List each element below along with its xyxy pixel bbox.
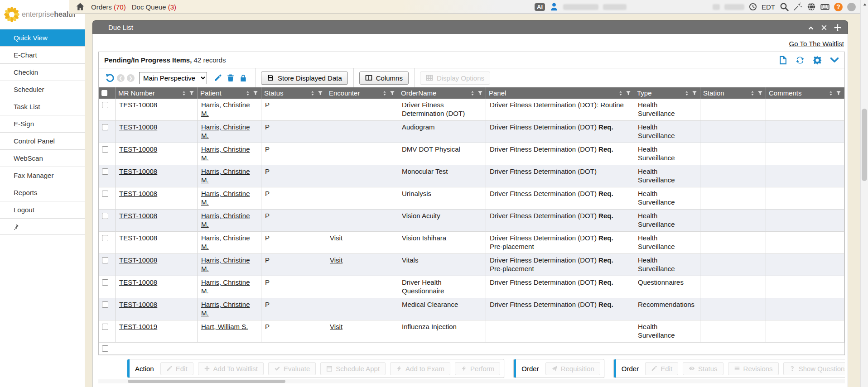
- collapse-icon[interactable]: [808, 24, 814, 31]
- sort-icon[interactable]: [684, 91, 690, 96]
- avatar[interactable]: [847, 3, 856, 11]
- sidebar-item-webscan[interactable]: WebScan: [0, 150, 85, 167]
- mr-number-link[interactable]: TEST-10008: [119, 190, 157, 197]
- column-header-comments[interactable]: Comments: [766, 87, 844, 99]
- user-icon[interactable]: [550, 2, 559, 11]
- home-icon[interactable]: [76, 2, 85, 11]
- column-header-ordername[interactable]: OrderName: [398, 87, 486, 99]
- topnav-item-doc-queue[interactable]: Doc Queue (3): [132, 3, 176, 11]
- chevron-down-icon[interactable]: [830, 56, 839, 65]
- move-icon[interactable]: [834, 24, 841, 31]
- ai-badge[interactable]: AI: [535, 3, 545, 11]
- patient-link[interactable]: Hart, William S.: [201, 323, 248, 330]
- scrollbar-thumb[interactable]: [862, 109, 867, 181]
- mr-number-link[interactable]: TEST-10008: [119, 212, 157, 220]
- patient-link[interactable]: Harris, Christine M.: [201, 256, 250, 272]
- globe-icon[interactable]: [807, 2, 816, 11]
- undo-icon[interactable]: [106, 73, 115, 82]
- columns-button[interactable]: Columns: [359, 72, 409, 85]
- patient-link[interactable]: Harris, Christine M.: [201, 190, 250, 206]
- row-checkbox[interactable]: [102, 213, 108, 219]
- sort-icon[interactable]: [750, 91, 755, 96]
- select-all-checkbox[interactable]: [101, 90, 107, 96]
- mr-number-link[interactable]: TEST-10008: [119, 101, 157, 109]
- mr-number-link[interactable]: TEST-10008: [119, 256, 157, 264]
- new-document-icon[interactable]: [778, 56, 787, 65]
- row-checkbox[interactable]: [102, 146, 108, 153]
- filter-icon[interactable]: [757, 91, 763, 96]
- sidebar-item-scheduler[interactable]: Scheduler: [0, 81, 85, 98]
- mr-number-link[interactable]: TEST-10008: [119, 234, 157, 242]
- footer-select-checkbox[interactable]: [102, 345, 108, 352]
- sidebar-item-task-list[interactable]: Task List: [0, 98, 85, 115]
- sort-icon[interactable]: [181, 91, 187, 96]
- patient-link[interactable]: Harris, Christine M.: [201, 101, 250, 117]
- history-back-icon[interactable]: ❮: [117, 74, 125, 82]
- encounter-link[interactable]: Visit: [330, 256, 342, 264]
- filter-icon[interactable]: [189, 91, 194, 96]
- patient-link[interactable]: Harris, Christine M.: [201, 234, 250, 250]
- lock-perspective-icon[interactable]: [239, 74, 247, 82]
- waitlist-link[interactable]: Go To The Waitlist: [789, 40, 844, 48]
- row-checkbox[interactable]: [102, 102, 108, 108]
- filter-icon[interactable]: [318, 91, 323, 96]
- sort-icon[interactable]: [310, 91, 315, 96]
- encounter-link[interactable]: Visit: [330, 234, 342, 242]
- mr-number-link[interactable]: TEST-10019: [119, 323, 157, 330]
- patient-link[interactable]: Harris, Christine M.: [201, 301, 250, 317]
- column-header-panel[interactable]: Panel: [486, 87, 634, 99]
- patient-link[interactable]: Harris, Christine M.: [201, 167, 250, 184]
- column-header-station[interactable]: Station: [700, 87, 766, 99]
- row-checkbox[interactable]: [102, 324, 108, 330]
- filter-icon[interactable]: [626, 91, 631, 96]
- row-checkbox[interactable]: [102, 191, 108, 197]
- filter-icon[interactable]: [390, 91, 395, 96]
- column-header-type[interactable]: Type: [634, 87, 700, 99]
- sort-icon[interactable]: [470, 91, 475, 96]
- mr-number-link[interactable]: TEST-10008: [119, 123, 157, 131]
- row-checkbox[interactable]: [102, 124, 108, 130]
- history-forward-icon[interactable]: ❯: [127, 74, 135, 82]
- store-displayed-data-button[interactable]: Store Displayed Data: [261, 72, 348, 85]
- perspective-select[interactable]: Main Perspective: [139, 72, 207, 84]
- edit-perspective-icon[interactable]: [214, 74, 222, 82]
- encounter-link[interactable]: Visit: [330, 323, 342, 330]
- sidebar-item-e-sign[interactable]: E-Sign: [0, 115, 85, 133]
- sidebar-item-reports[interactable]: Reports: [0, 184, 85, 201]
- magic-wand-icon[interactable]: [793, 2, 802, 11]
- column-header-encounter[interactable]: Encounter: [326, 87, 398, 99]
- topnav-item-orders[interactable]: Orders (70): [91, 3, 126, 11]
- horizontal-scrollbar-thumb[interactable]: [128, 380, 285, 383]
- column-header-mr-number[interactable]: MR Number: [116, 87, 198, 99]
- row-checkbox[interactable]: [102, 301, 108, 308]
- sort-icon[interactable]: [618, 91, 623, 96]
- settings-gear-icon[interactable]: [813, 56, 822, 65]
- row-checkbox[interactable]: [102, 279, 108, 286]
- scrollbar-up-icon[interactable]: [862, 2, 868, 7]
- filter-icon[interactable]: [253, 91, 258, 96]
- patient-link[interactable]: Harris, Christine M.: [201, 123, 250, 139]
- refresh-icon[interactable]: [796, 56, 805, 65]
- sort-icon[interactable]: [828, 91, 834, 96]
- patient-link[interactable]: Harris, Christine M.: [201, 212, 250, 228]
- sidebar-pin-row[interactable]: [0, 219, 85, 235]
- sidebar-item-e-chart[interactable]: E-Chart: [0, 47, 85, 64]
- mr-number-link[interactable]: TEST-10008: [119, 278, 157, 286]
- delete-perspective-icon[interactable]: [227, 74, 235, 82]
- row-checkbox[interactable]: [102, 235, 108, 241]
- sidebar-item-logout[interactable]: Logout: [0, 201, 85, 219]
- mr-number-link[interactable]: TEST-10008: [119, 167, 157, 175]
- close-icon[interactable]: [821, 24, 827, 31]
- filter-icon[interactable]: [477, 91, 483, 96]
- help-icon[interactable]: ?: [834, 3, 843, 11]
- mr-number-link[interactable]: TEST-10008: [119, 301, 157, 308]
- sidebar-item-fax-manager[interactable]: Fax Manager: [0, 167, 85, 184]
- sidebar-item-quick-view[interactable]: Quick View: [0, 29, 85, 47]
- search-icon[interactable]: [780, 2, 789, 11]
- sort-icon[interactable]: [245, 91, 251, 96]
- sort-icon[interactable]: [382, 91, 387, 96]
- column-header-status[interactable]: Status: [261, 87, 326, 99]
- patient-link[interactable]: Harris, Christine M.: [201, 278, 250, 295]
- patient-link[interactable]: Harris, Christine M.: [201, 145, 250, 162]
- sidebar-item-control-panel[interactable]: Control Panel: [0, 133, 85, 150]
